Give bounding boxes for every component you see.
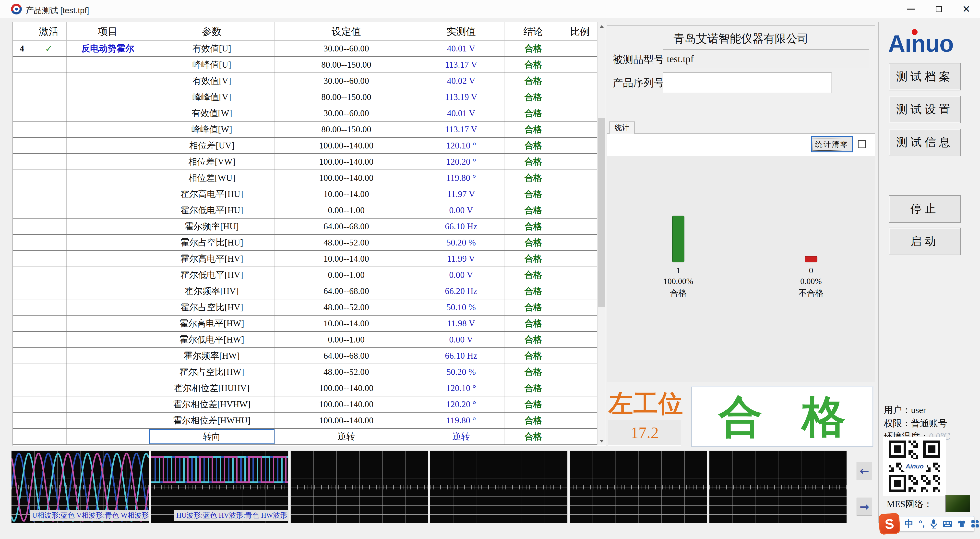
set-value-cell[interactable]: 逆转 [275, 429, 418, 445]
table-row[interactable]: 相位差[UV]100.00--140.00120.10 °合格 [13, 138, 598, 154]
microphone-icon[interactable] [930, 519, 937, 528]
set-value-cell[interactable]: 0.00--1.00 [275, 203, 418, 218]
table-row[interactable]: 霍尔频率[HV]64.00--68.0066.20 Hz合格 [13, 283, 598, 300]
conclusion-cell[interactable]: 合格 [504, 203, 562, 218]
parameter-cell[interactable]: 峰峰值[U] [149, 57, 275, 73]
item-cell[interactable]: 反电动势霍尔 [67, 41, 149, 56]
conclusion-cell[interactable]: 合格 [504, 332, 562, 348]
row-number-cell[interactable] [13, 267, 31, 283]
active-cell[interactable] [31, 105, 67, 121]
ratio-cell[interactable] [562, 203, 598, 218]
table-row[interactable]: 霍尔低电平[HU]0.00--1.000.00 V合格 [13, 203, 598, 218]
item-cell[interactable] [67, 413, 149, 428]
parameter-cell[interactable]: 霍尔相位差[HVHW] [149, 396, 275, 412]
measured-value-cell[interactable]: 40.02 V [418, 73, 504, 89]
set-value-cell[interactable]: 48.00--52.00 [275, 235, 418, 250]
model-field[interactable]: test.tpf [663, 49, 869, 68]
row-number-cell[interactable] [13, 396, 31, 412]
row-number-cell[interactable] [13, 283, 31, 299]
serial-input[interactable] [663, 72, 832, 93]
row-number-cell[interactable] [13, 218, 31, 234]
ratio-cell[interactable] [562, 170, 598, 186]
active-cell[interactable] [31, 413, 67, 428]
ratio-cell[interactable] [562, 218, 598, 234]
test-info-button[interactable]: 测试信息 [889, 129, 961, 156]
ratio-cell[interactable] [562, 267, 598, 283]
measured-value-cell[interactable]: 11.99 V [418, 251, 504, 266]
scrollbar-thumb[interactable] [598, 118, 605, 307]
set-value-cell[interactable]: 80.00--150.00 [275, 89, 418, 105]
item-cell[interactable] [67, 121, 149, 137]
ratio-cell[interactable] [562, 283, 598, 299]
row-number-cell[interactable] [13, 429, 31, 445]
measured-value-cell[interactable]: 40.01 V [418, 41, 504, 56]
row-number-cell[interactable] [13, 154, 31, 169]
active-cell[interactable] [31, 251, 67, 266]
restore-button[interactable] [928, 0, 950, 18]
ratio-cell[interactable] [562, 41, 598, 56]
ratio-cell[interactable] [562, 413, 598, 428]
parameter-cell[interactable]: 霍尔低电平[HV] [149, 267, 275, 283]
item-cell[interactable] [67, 203, 149, 218]
item-cell[interactable] [67, 235, 149, 250]
measured-value-cell[interactable]: 119.80 ° [418, 170, 504, 186]
measured-value-cell[interactable]: 119.80 ° [418, 413, 504, 428]
table-row[interactable]: 霍尔高电平[HV]10.00--14.0011.99 V合格 [13, 251, 598, 267]
active-cell[interactable] [31, 121, 67, 137]
conclusion-cell[interactable]: 合格 [504, 121, 562, 137]
table-row[interactable]: 峰峰值[U]80.00--150.00113.17 V合格 [13, 57, 598, 73]
ratio-cell[interactable] [562, 348, 598, 364]
statistics-checkbox[interactable] [858, 140, 865, 148]
conclusion-cell[interactable]: 合格 [504, 364, 562, 380]
stop-button[interactable]: 停止 [889, 195, 961, 223]
active-cell[interactable] [31, 235, 67, 250]
active-cell[interactable] [31, 138, 67, 153]
parameter-cell[interactable]: 霍尔低电平[HU] [149, 203, 275, 218]
active-cell[interactable] [31, 89, 67, 105]
set-value-cell[interactable]: 10.00--14.00 [275, 316, 418, 331]
conclusion-cell[interactable]: 合格 [504, 267, 562, 283]
parameter-cell[interactable]: 相位差[VW] [149, 154, 275, 169]
item-cell[interactable] [67, 251, 149, 266]
parameter-cell[interactable]: 霍尔频率[HV] [149, 283, 275, 299]
ratio-cell[interactable] [562, 316, 598, 331]
parameter-cell[interactable]: 霍尔低电平[HW] [149, 332, 275, 348]
skin-icon[interactable] [958, 520, 966, 528]
row-number-cell[interactable] [13, 364, 31, 380]
measured-value-cell[interactable]: 11.97 V [418, 186, 504, 202]
item-cell[interactable] [67, 57, 149, 73]
keyboard-icon[interactable] [943, 520, 952, 527]
table-row[interactable]: 霍尔占空比[HW]48.00--52.0050.20 %合格 [13, 364, 598, 380]
item-cell[interactable] [67, 218, 149, 234]
active-cell[interactable] [31, 218, 67, 234]
measured-value-cell[interactable]: 120.10 ° [418, 138, 504, 153]
measured-value-cell[interactable]: 0.00 V [418, 203, 504, 218]
ratio-cell[interactable] [562, 380, 598, 396]
table-row[interactable]: 峰峰值[V]80.00--150.00113.19 V合格 [13, 89, 598, 105]
row-number-cell[interactable] [13, 332, 31, 348]
conclusion-cell[interactable]: 合格 [504, 57, 562, 73]
item-cell[interactable] [67, 380, 149, 396]
ratio-cell[interactable] [562, 364, 598, 380]
measured-value-cell[interactable]: 113.19 V [418, 89, 504, 105]
parameter-cell[interactable]: 霍尔频率[HW] [149, 348, 275, 364]
start-button[interactable]: 启动 [889, 228, 961, 255]
active-cell[interactable] [31, 332, 67, 348]
parameter-cell[interactable]: 有效值[W] [149, 105, 275, 121]
conclusion-cell[interactable]: 合格 [504, 41, 562, 56]
active-cell[interactable] [31, 267, 67, 283]
parameter-cell[interactable]: 相位差[UV] [149, 138, 275, 153]
measured-value-cell[interactable]: 40.01 V [418, 105, 504, 121]
conclusion-cell[interactable]: 合格 [504, 300, 562, 315]
sogou-logo-icon[interactable]: S [878, 513, 900, 535]
table-row[interactable]: 4✓反电动势霍尔有效值[U]30.00--60.0040.01 V合格 [13, 41, 598, 57]
table-row[interactable]: 峰峰值[W]80.00--150.00113.17 V合格 [13, 121, 598, 138]
item-cell[interactable] [67, 138, 149, 153]
set-value-cell[interactable]: 100.00--140.00 [275, 380, 418, 396]
parameter-cell[interactable]: 霍尔相位差[HUHV] [149, 380, 275, 396]
measured-value-cell[interactable]: 逆转 [418, 429, 504, 445]
row-number-cell[interactable] [13, 138, 31, 153]
parameter-cell[interactable]: 峰峰值[V] [149, 89, 275, 105]
row-number-cell[interactable] [13, 170, 31, 186]
tab-statistics[interactable]: 统计 [609, 121, 635, 134]
